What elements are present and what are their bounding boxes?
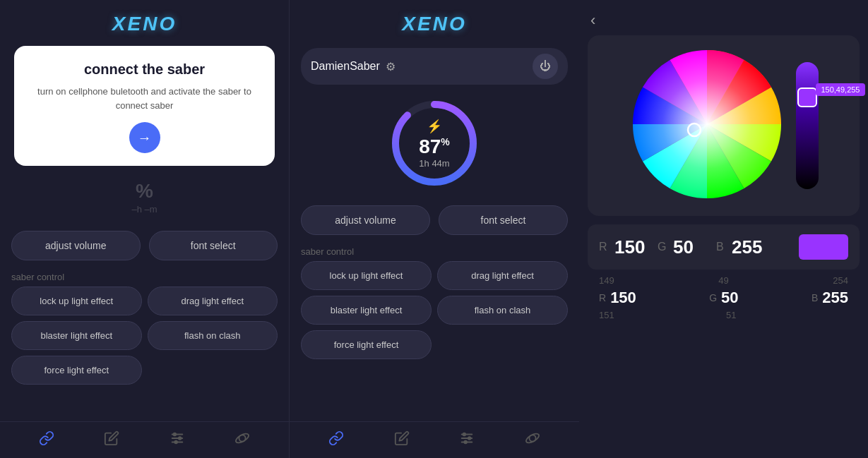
battery-percent-ghost: %	[136, 180, 153, 203]
xeno-logo-2: XENO	[290, 0, 579, 42]
battery-bolt-icon: ⚡	[419, 119, 450, 134]
nav-sliders-icon-2[interactable]	[459, 430, 475, 450]
color-wheel-svg[interactable]	[629, 47, 785, 202]
stepper-active-row: R 150 G 50 B 255	[588, 289, 860, 307]
saber-control-label-1: saber control	[11, 272, 278, 282]
brightness-handle[interactable]: 150,49,255	[797, 88, 817, 107]
svg-point-13	[463, 433, 466, 436]
effect-force-2[interactable]: force light effect	[301, 330, 432, 359]
color-picker-panel: ‹	[579, 0, 868, 458]
battery-circle: ⚡ 87% 1h 44m	[388, 97, 480, 189]
connect-card: connect the saber turn on cellphone bule…	[14, 46, 275, 166]
bottom-nav-2	[290, 421, 579, 458]
brightness-slider-container: 150,49,255	[796, 62, 819, 189]
b-active-val[interactable]: 255	[822, 289, 848, 307]
brightness-slider[interactable]: 150,49,255	[796, 62, 819, 189]
gear-icon[interactable]: ⚙	[386, 60, 396, 73]
r-below-group: 151	[599, 310, 614, 320]
battery-section: ⚡ 87% 1h 44m	[388, 97, 480, 189]
r-active-label: R	[599, 292, 606, 303]
nav-edit-icon-1[interactable]	[104, 430, 119, 450]
adjust-volume-btn-2[interactable]: adjust volume	[301, 205, 430, 235]
r-label: R	[599, 241, 610, 253]
r-value: 150	[614, 236, 653, 258]
saber-name: DamienSaber ⚙	[311, 60, 396, 73]
svg-point-15	[465, 441, 468, 444]
saber-header: DamienSaber ⚙ ⏻	[301, 48, 568, 85]
r-stepper: 149	[599, 275, 614, 286]
b-value: 255	[732, 236, 771, 258]
svg-point-5	[174, 441, 177, 444]
bottom-nav-1	[0, 421, 289, 458]
battery-time-ghost: –h –m	[131, 204, 157, 215]
g-active-val[interactable]: 50	[721, 289, 738, 307]
effect-force-1[interactable]: force light effect	[11, 356, 142, 385]
effect-drag-2[interactable]: drag light effect	[437, 261, 568, 290]
b-label: B	[716, 241, 727, 253]
rgb-section: R 150 G 50 B 255	[588, 224, 860, 270]
nav-link-icon-1[interactable]	[39, 430, 54, 450]
stepper-above-row: 149 49 254	[588, 275, 860, 286]
b-stepper: 254	[833, 275, 848, 286]
connect-button[interactable]: →	[129, 122, 160, 153]
nav-sliders-icon-1[interactable]	[170, 430, 185, 450]
battery-ghost: % –h –m	[131, 180, 157, 215]
color-swatch[interactable]	[799, 234, 848, 260]
svg-point-3	[173, 433, 176, 436]
effect-flash-1[interactable]: flash on clash	[148, 321, 278, 350]
nav-edit-icon-2[interactable]	[394, 430, 410, 450]
effect-flash-2[interactable]: flash on clash	[437, 296, 568, 325]
xeno-logo-1: XENO	[0, 0, 289, 42]
effect-drag-1[interactable]: drag light effect	[148, 287, 278, 315]
effect-blaster-2[interactable]: blaster light effect	[301, 296, 432, 325]
g-above-val: 49	[718, 275, 728, 286]
font-select-btn-1[interactable]: font select	[149, 231, 278, 260]
svg-point-18	[633, 50, 781, 198]
font-select-btn-2[interactable]: font select	[439, 205, 568, 235]
color-wheel-section: 150,49,255	[588, 35, 860, 216]
controls-row-1: adjust volume font select	[11, 231, 278, 260]
battery-percent: 87%	[419, 135, 450, 158]
r-above-val: 149	[599, 275, 614, 286]
back-button[interactable]: ‹	[590, 11, 595, 30]
g-value: 50	[673, 236, 712, 258]
svg-point-4	[178, 437, 181, 440]
svg-point-14	[468, 437, 471, 440]
controls-row-2: adjust volume font select	[301, 205, 568, 235]
color-wheel-container	[629, 47, 785, 205]
stepper-below-row: 151 51	[588, 310, 860, 320]
power-button[interactable]: ⏻	[533, 54, 558, 79]
rgb-stepper-section: 149 49 254 R 150 G 50 B 255	[588, 275, 860, 320]
b-active-label: B	[811, 292, 818, 303]
g-active-group: G 50	[709, 289, 738, 307]
connect-description: turn on cellphone buletooth and activate…	[31, 85, 258, 112]
r-active-group: R 150	[599, 289, 636, 307]
svg-point-17	[525, 432, 540, 445]
b-active-group: B 255	[811, 289, 848, 307]
adjust-volume-btn-1[interactable]: adjust volume	[11, 231, 141, 260]
connect-title: connect the saber	[84, 61, 205, 78]
battery-inner: ⚡ 87% 1h 44m	[419, 119, 450, 169]
battery-time: 1h 44m	[419, 158, 450, 169]
nav-link-icon-2[interactable]	[328, 430, 344, 450]
color-header: ‹	[579, 0, 868, 35]
effect-lockup-2[interactable]: lock up light effect	[301, 261, 432, 290]
b-above-val: 254	[833, 275, 848, 286]
effect-blaster-1[interactable]: blaster light effect	[11, 321, 142, 350]
nav-planet-icon-1[interactable]	[234, 430, 250, 450]
g-active-label: G	[709, 292, 717, 303]
color-tooltip: 150,49,255	[816, 83, 864, 96]
nav-planet-icon-2[interactable]	[525, 430, 540, 450]
effect-grid-1: lock up light effect drag light effect b…	[11, 287, 278, 385]
effect-grid-2: lock up light effect drag light effect b…	[301, 261, 568, 359]
saber-control-label-2: saber control	[301, 246, 568, 257]
g-stepper: 49	[718, 275, 728, 286]
phone-panel-1: XENO connect the saber turn on cellphone…	[0, 0, 290, 458]
svg-point-7	[234, 432, 250, 445]
phone-panel-2: XENO DamienSaber ⚙ ⏻ ⚡	[290, 0, 579, 458]
g-label: G	[658, 241, 669, 253]
g-below-val: 51	[726, 310, 736, 320]
effect-lockup-1[interactable]: lock up light effect	[11, 287, 142, 315]
r-active-val[interactable]: 150	[610, 289, 636, 307]
g-below-group: 51	[726, 310, 736, 320]
